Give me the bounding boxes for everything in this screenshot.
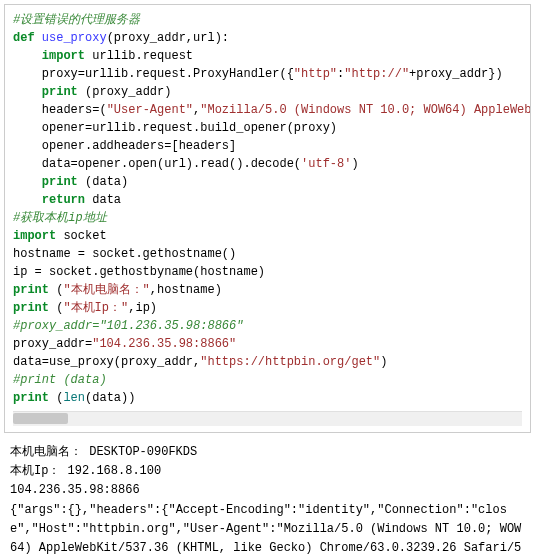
code-line: opener.addheaders=[headers]: [13, 137, 522, 155]
code-line: print ("本机电脑名：",hostname): [13, 281, 522, 299]
code-line: print (proxy_addr): [13, 83, 522, 101]
comment: #proxy_addr="101.236.35.98:8866": [13, 319, 243, 333]
comment: #设置错误的代理服务器: [13, 13, 140, 27]
code-line: #获取本机ip地址: [13, 209, 522, 227]
comment: #print (data): [13, 373, 107, 387]
output-line: 本机电脑名： DESKTOP-090FKDS: [10, 443, 525, 462]
code-line: opener=urllib.request.build_opener(proxy…: [13, 119, 522, 137]
code-line: #print (data): [13, 371, 522, 389]
output-block: 本机电脑名： DESKTOP-090FKDS 本机Ip： 192.168.8.1…: [0, 437, 535, 557]
code-line: import socket: [13, 227, 522, 245]
horizontal-scrollbar[interactable]: [13, 411, 522, 426]
scrollbar-thumb[interactable]: [13, 413, 68, 424]
code-line: import urllib.request: [13, 47, 522, 65]
code-line: #proxy_addr="101.236.35.98:8866": [13, 317, 522, 335]
output-line: 104.236.35.98:8866: [10, 481, 525, 500]
code-line: ip = socket.gethostbyname(hostname): [13, 263, 522, 281]
code-line: print (len(data)): [13, 389, 522, 407]
code-line: headers=("User-Agent","Mozilla/5.0 (Wind…: [13, 101, 522, 119]
code-line: hostname = socket.gethostname(): [13, 245, 522, 263]
code-line: return data: [13, 191, 522, 209]
code-line: def use_proxy(proxy_addr,url):: [13, 29, 522, 47]
code-line: #设置错误的代理服务器: [13, 11, 522, 29]
code-line: print (data): [13, 173, 522, 191]
code-line: proxy=urllib.request.ProxyHandler({"http…: [13, 65, 522, 83]
code-line: print ("本机Ip：",ip): [13, 299, 522, 317]
code-line: proxy_addr="104.236.35.98:8866": [13, 335, 522, 353]
comment: #获取本机ip地址: [13, 211, 107, 225]
output-line: 本机Ip： 192.168.8.100: [10, 462, 525, 481]
code-line: data=use_proxy(proxy_addr,"https://httpb…: [13, 353, 522, 371]
output-line: {"args":{},"headers":{"Accept-Encoding":…: [10, 501, 525, 557]
code-block: #设置错误的代理服务器 def use_proxy(proxy_addr,url…: [4, 4, 531, 433]
code-line: data=opener.open(url).read().decode('utf…: [13, 155, 522, 173]
